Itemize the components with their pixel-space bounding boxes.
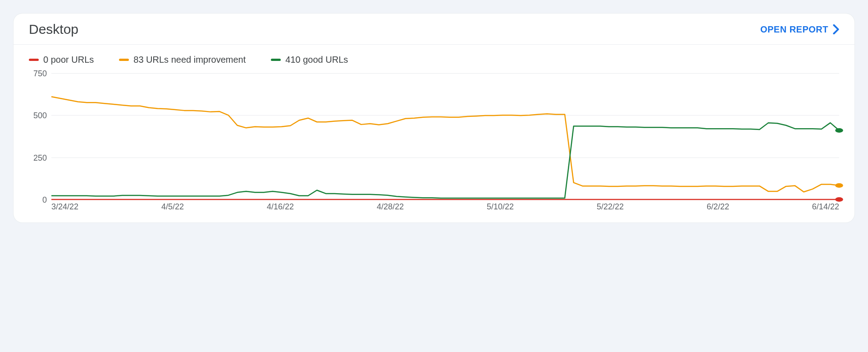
legend-label-good: 410 good URLs	[285, 55, 348, 65]
legend-item-need[interactable]: 83 URLs need improvement	[119, 55, 246, 65]
x-tick-label: 3/24/22	[51, 202, 78, 212]
card-title: Desktop	[29, 22, 78, 37]
legend-swatch-poor	[29, 59, 39, 61]
y-tick-label: 750	[27, 69, 47, 79]
chart-area: 0250500750 3/24/224/5/224/16/224/28/225/…	[14, 69, 854, 222]
y-tick-label: 0	[27, 195, 47, 205]
legend-label-need: 83 URLs need improvement	[133, 55, 246, 65]
open-report-label: OPEN REPORT	[760, 24, 828, 35]
chart-plot	[51, 73, 839, 199]
legend-item-good[interactable]: 410 good URLs	[271, 55, 348, 65]
x-tick-label: 4/5/22	[161, 202, 184, 212]
card-header: Desktop OPEN REPORT	[14, 14, 854, 45]
series-end-dot-need	[835, 183, 843, 188]
y-tick-label: 250	[27, 153, 47, 163]
x-tick-label: 5/22/22	[597, 202, 624, 212]
open-report-button[interactable]: OPEN REPORT	[760, 24, 839, 35]
x-tick-label: 4/16/22	[267, 202, 294, 212]
series-good	[51, 123, 839, 198]
x-tick-label: 4/28/22	[377, 202, 404, 212]
series-end-dot-poor	[835, 197, 843, 202]
chevron-right-icon	[833, 24, 839, 34]
legend-swatch-good	[271, 59, 281, 61]
x-tick-label: 5/10/22	[487, 202, 514, 212]
x-tick-label: 6/2/22	[707, 202, 729, 212]
x-tick-label: 6/14/22	[812, 202, 839, 212]
series-end-dot-good	[835, 128, 843, 133]
legend-item-poor[interactable]: 0 poor URLs	[29, 55, 94, 65]
series-need	[51, 97, 839, 192]
legend-label-poor: 0 poor URLs	[43, 55, 94, 65]
core-web-vitals-desktop-card: Desktop OPEN REPORT 0 poor URLs 83 URLs …	[14, 14, 854, 222]
y-tick-label: 500	[27, 111, 47, 120]
chart-legend: 0 poor URLs 83 URLs need improvement 410…	[14, 45, 854, 69]
legend-swatch-need	[119, 59, 129, 61]
x-axis: 3/24/224/5/224/16/224/28/225/10/225/22/2…	[51, 199, 839, 212]
chart-grid: 0250500750	[51, 73, 839, 199]
